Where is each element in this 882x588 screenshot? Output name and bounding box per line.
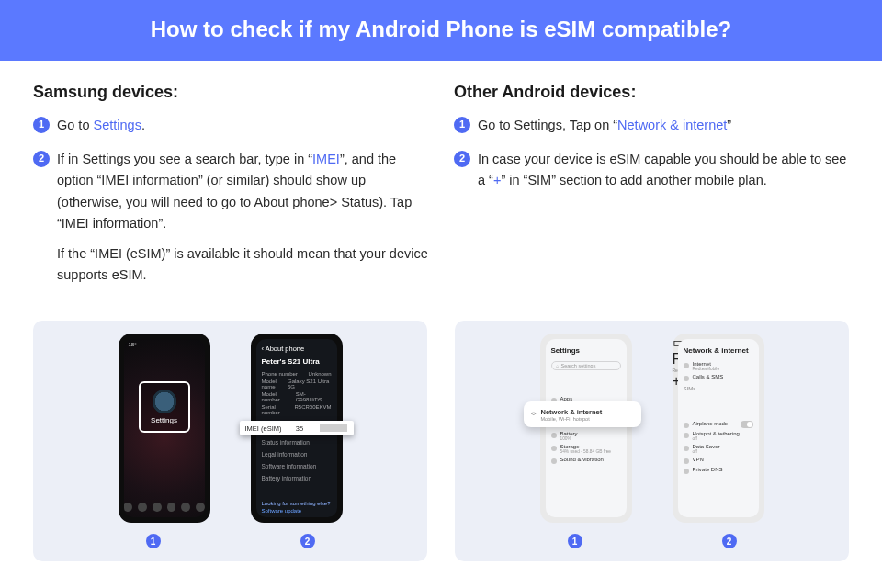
toggle-icon <box>741 421 753 428</box>
samsung-shot-2: ‹ About phone Peter's S21 Ultra Phone nu… <box>251 334 343 523</box>
text: ” <box>727 118 731 132</box>
text: Go to <box>57 118 94 132</box>
samsung-gallery: 18° Settings ‹ About phone Peter's S21 U… <box>33 321 427 561</box>
samsung-column: Samsung devices: Go to Settings. If in S… <box>33 83 428 299</box>
step-badge: 1 <box>568 534 582 548</box>
settings-tile-label: Settings <box>151 416 177 424</box>
step-badge: 1 <box>146 534 161 548</box>
galleries: 18° Settings ‹ About phone Peter's S21 U… <box>33 321 849 561</box>
other-shot-1-screen: Settings ⌕ Search settings AppsAssistant… <box>546 339 627 517</box>
gear-icon <box>153 390 176 413</box>
samsung-shot-1: 18° Settings <box>119 334 210 523</box>
settings-tile-icon: Settings <box>139 381 190 433</box>
samsung-heading: Samsung devices: <box>33 83 428 102</box>
link-imei[interactable]: IMEI <box>312 152 340 166</box>
samsung-shots: 18° Settings ‹ About phone Peter's S21 U… <box>42 334 418 523</box>
search-input-icon: ⌕ Search settings <box>551 361 621 370</box>
samsung-step-2: If in Settings you see a search bar, typ… <box>33 149 428 286</box>
other-step-2: In case your device is eSIM capable you … <box>454 149 849 191</box>
samsung-step-2-note: If the “IMEI (eSIM)” is available it sho… <box>57 243 428 286</box>
imei-callout: IMEI (eSIM) 35 <box>240 421 354 435</box>
network-callout-title: Network & internet <box>541 408 603 416</box>
page: How to check if my Android Phone is eSIM… <box>0 0 882 588</box>
wifi-icon: ⌔ <box>531 410 536 419</box>
step-badge: 2 <box>300 534 315 548</box>
dock-icon <box>124 501 205 517</box>
other-steps: Go to Settings, Tap on “Network & intern… <box>454 115 849 192</box>
text: Go to Settings, Tap on “ <box>478 118 617 132</box>
net-title: Network & internet <box>684 346 753 355</box>
hero-banner: How to check if my Android Phone is eSIM… <box>0 0 882 61</box>
settings-title: Settings <box>551 346 621 355</box>
text: . <box>141 118 145 132</box>
columns: Samsung devices: Go to Settings. If in S… <box>0 61 882 317</box>
about-phone-header: ‹ About phone <box>262 345 332 353</box>
other-shot-2-screen: Network & internet InternetRedteaMobile … <box>678 339 759 517</box>
text: If in Settings you see a search bar, typ… <box>57 152 312 166</box>
other-shot-2: Network & internet InternetRedteaMobile … <box>673 334 764 523</box>
samsung-step-1: Go to Settings. <box>33 115 428 136</box>
imei-masked-icon <box>320 424 347 432</box>
samsung-badges: 1 2 <box>42 534 418 548</box>
samsung-steps: Go to Settings. If in Settings you see a… <box>33 115 428 286</box>
page-title: How to check if my Android Phone is eSIM… <box>37 17 845 42</box>
link-network-internet[interactable]: Network & internet <box>617 118 727 132</box>
imei-label: IMEI (eSIM) <box>245 424 282 433</box>
other-column: Other Android devices: Go to Settings, T… <box>454 83 849 299</box>
samsung-shot-1-screen: 18° Settings <box>124 339 205 517</box>
network-callout: ⌔ Network & internet Mobile, Wi-Fi, hots… <box>524 401 641 427</box>
step-badge: 2 <box>722 534 737 548</box>
other-shot-1: Settings ⌕ Search settings AppsAssistant… <box>540 334 632 523</box>
link-settings[interactable]: Settings <box>94 118 141 132</box>
text: ” in “SIM” section to add another mobile… <box>501 173 766 187</box>
other-badges: 1 2 <box>464 534 840 548</box>
other-step-1: Go to Settings, Tap on “Network & intern… <box>454 115 849 136</box>
other-gallery: Settings ⌕ Search settings AppsAssistant… <box>455 321 849 561</box>
network-callout-sub: Mobile, Wi-Fi, hotspot <box>541 416 603 422</box>
device-name: Peter's S21 Ultra <box>262 357 332 366</box>
other-shots: Settings ⌕ Search settings AppsAssistant… <box>464 334 840 523</box>
other-heading: Other Android devices: <box>454 83 849 102</box>
